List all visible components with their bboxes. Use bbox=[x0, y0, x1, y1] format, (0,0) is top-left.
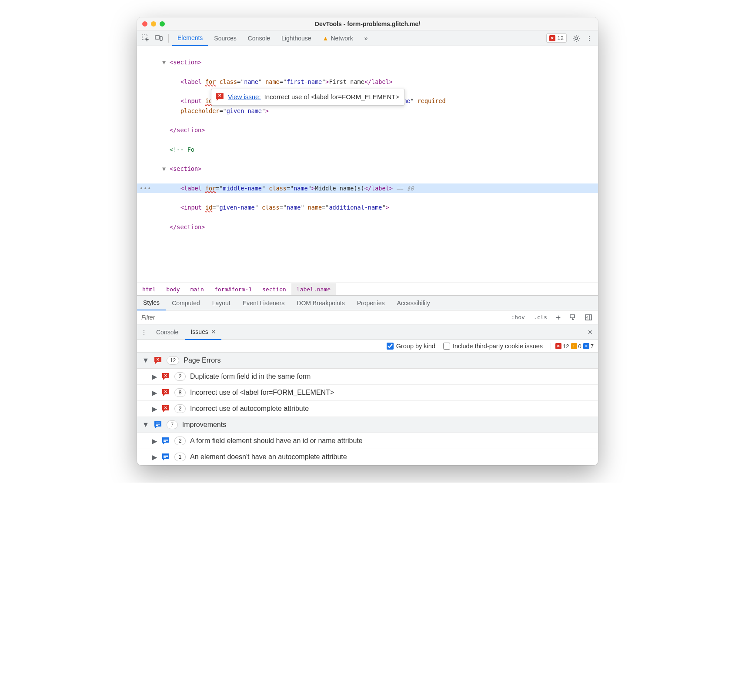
error-speech-icon: ✕ bbox=[215, 92, 224, 102]
crumb-section[interactable]: section bbox=[257, 283, 291, 295]
svg-rect-20 bbox=[164, 457, 166, 458]
toggle-sidebar-icon[interactable] bbox=[582, 314, 595, 321]
svg-rect-19 bbox=[164, 456, 168, 457]
view-issue-link[interactable]: View issue: bbox=[228, 92, 261, 103]
separator bbox=[168, 34, 169, 43]
subtab-computed[interactable]: Computed bbox=[166, 296, 206, 310]
new-style-rule-icon[interactable]: + bbox=[553, 313, 563, 322]
inspect-element-icon[interactable] bbox=[140, 32, 152, 44]
kebab-menu-icon[interactable]: ⋮ bbox=[583, 32, 595, 44]
drawer-tab-issues[interactable]: Issues ✕ bbox=[185, 324, 221, 340]
chevron-right-icon[interactable]: ▶ bbox=[152, 405, 157, 413]
tab-elements[interactable]: Elements bbox=[172, 30, 208, 46]
subtab-event-listeners[interactable]: Event Listeners bbox=[237, 296, 291, 310]
issue-row[interactable]: ▶ 1 An element doesn't have an autocompl… bbox=[137, 449, 598, 465]
third-party-checkbox[interactable]: Include third-party cookie issues bbox=[443, 343, 543, 350]
chevron-down-icon[interactable]: ▼ bbox=[142, 357, 149, 364]
drawer: ⋮ Console Issues ✕ ✕ Group by kind Inclu… bbox=[137, 324, 598, 465]
cls-toggle[interactable]: .cls bbox=[531, 314, 550, 320]
subtab-properties[interactable]: Properties bbox=[351, 296, 391, 310]
drawer-tab-console[interactable]: Console bbox=[151, 324, 184, 340]
crumb-body[interactable]: body bbox=[161, 283, 185, 295]
svg-text:✕: ✕ bbox=[218, 93, 221, 98]
issue-group-header-errors[interactable]: ▼ ✕ 12 Page Errors bbox=[137, 353, 598, 369]
chevron-right-icon[interactable]: ▶ bbox=[152, 389, 157, 397]
issue-row[interactable]: ▶ ✕ 8 Incorrect use of <label for=FORM_E… bbox=[137, 385, 598, 401]
filter-input[interactable] bbox=[137, 314, 505, 321]
chevron-down-icon[interactable]: ▼ bbox=[142, 421, 149, 429]
group-count: 12 bbox=[167, 356, 179, 365]
traffic-lights bbox=[142, 21, 165, 27]
devtools-window: DevTools - form-problems.glitch.me/ Elem… bbox=[137, 17, 598, 465]
issue-tooltip: ✕ View issue: Incorrect use of <label fo… bbox=[211, 89, 405, 106]
subtab-layout[interactable]: Layout bbox=[206, 296, 237, 310]
window-title: DevTools - form-problems.glitch.me/ bbox=[142, 20, 593, 27]
chevron-right-icon[interactable]: ▶ bbox=[152, 373, 157, 381]
error-icon: ✕ bbox=[549, 35, 555, 41]
issue-counts: ✕12 !0 ≡7 bbox=[551, 343, 594, 350]
info-speech-icon bbox=[161, 437, 170, 445]
close-window-button[interactable] bbox=[142, 21, 147, 27]
chevron-right-icon[interactable]: ▶ bbox=[152, 437, 157, 445]
tab-network[interactable]: ▲ Network bbox=[317, 30, 358, 46]
more-tabs-button[interactable]: » bbox=[359, 30, 373, 46]
subtab-dom-breakpoints[interactable]: DOM Breakpoints bbox=[291, 296, 351, 310]
tab-console[interactable]: Console bbox=[243, 30, 275, 46]
group-by-kind-checkbox[interactable]: Group by kind bbox=[387, 343, 435, 350]
breadcrumb: html body main form#form-1 section label… bbox=[137, 283, 598, 296]
svg-rect-13 bbox=[156, 424, 160, 425]
issue-text: Duplicate form field id in the same form bbox=[190, 373, 311, 380]
issue-row[interactable]: ▶ ✕ 2 Incorrect use of autocomplete attr… bbox=[137, 401, 598, 417]
info-speech-icon bbox=[161, 453, 170, 461]
error-speech-icon: ✕ bbox=[161, 372, 170, 381]
tab-lighthouse[interactable]: Lighthouse bbox=[276, 30, 317, 46]
drawer-tab-issues-label: Issues bbox=[190, 328, 208, 335]
issue-count: 1 bbox=[174, 453, 186, 461]
selected-dom-node[interactable]: •••<label for="middle-name" class="name"… bbox=[137, 183, 598, 193]
crumb-label[interactable]: label.name bbox=[291, 283, 336, 295]
issues-options: Group by kind Include third-party cookie… bbox=[137, 340, 598, 353]
error-count: 12 bbox=[558, 35, 564, 41]
styles-filter-bar: :hov .cls + bbox=[137, 310, 598, 324]
svg-rect-12 bbox=[156, 423, 160, 423]
warning-icon: ! bbox=[571, 343, 577, 349]
error-badge[interactable]: ✕ 12 bbox=[546, 33, 567, 43]
svg-rect-16 bbox=[164, 440, 168, 441]
hov-toggle[interactable]: :hov bbox=[509, 314, 528, 320]
third-party-input[interactable] bbox=[443, 343, 450, 350]
chevron-right-icon[interactable]: ▶ bbox=[152, 453, 157, 461]
issue-row[interactable]: ▶ 2 A form field element should have an … bbox=[137, 433, 598, 449]
crumb-form[interactable]: form#form-1 bbox=[209, 283, 257, 295]
paint-icon[interactable] bbox=[567, 314, 579, 321]
svg-rect-18 bbox=[164, 455, 168, 456]
tag-name: section bbox=[173, 59, 198, 66]
group-title: Page Errors bbox=[184, 357, 220, 364]
close-tab-icon[interactable]: ✕ bbox=[211, 328, 216, 335]
issue-row[interactable]: ▶ ✕ 2 Duplicate form field id in the sam… bbox=[137, 369, 598, 385]
drawer-menu-icon[interactable]: ⋮ bbox=[139, 329, 149, 336]
subtab-accessibility[interactable]: Accessibility bbox=[391, 296, 436, 310]
crumb-main[interactable]: main bbox=[185, 283, 209, 295]
svg-text:✕: ✕ bbox=[164, 390, 167, 394]
dom-tree[interactable]: ▼<section> <label for class="name" name=… bbox=[137, 46, 598, 283]
crumb-html[interactable]: html bbox=[137, 283, 161, 295]
subtab-styles[interactable]: Styles bbox=[137, 296, 166, 310]
maximize-window-button[interactable] bbox=[160, 21, 165, 27]
tab-sources[interactable]: Sources bbox=[209, 30, 241, 46]
svg-text:✕: ✕ bbox=[164, 373, 167, 378]
issue-count: 2 bbox=[174, 404, 186, 413]
titlebar: DevTools - form-problems.glitch.me/ bbox=[137, 17, 598, 30]
svg-rect-14 bbox=[156, 425, 158, 426]
gutter-menu-icon[interactable]: ••• bbox=[140, 183, 151, 193]
issue-group-header-improvements[interactable]: ▼ 7 Improvements bbox=[137, 417, 598, 433]
tab-network-label: Network bbox=[331, 35, 353, 42]
close-drawer-icon[interactable]: ✕ bbox=[584, 329, 596, 336]
device-toggle-icon[interactable] bbox=[153, 32, 165, 44]
issue-count: 2 bbox=[174, 372, 186, 381]
settings-gear-icon[interactable] bbox=[570, 32, 582, 44]
error-icon: ✕ bbox=[555, 343, 561, 349]
svg-rect-17 bbox=[164, 441, 166, 442]
svg-rect-2 bbox=[160, 37, 162, 40]
group-by-kind-input[interactable] bbox=[387, 343, 394, 350]
minimize-window-button[interactable] bbox=[151, 21, 156, 27]
